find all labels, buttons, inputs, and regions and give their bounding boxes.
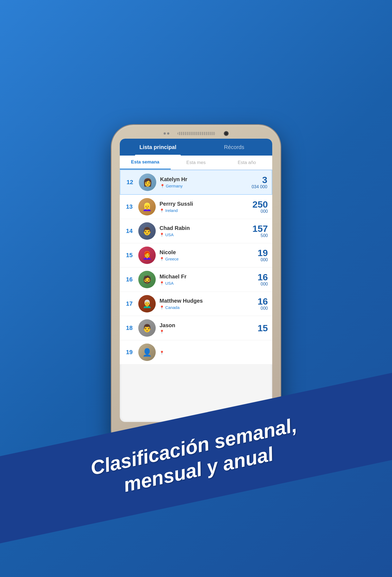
score-sub: 000 xyxy=(258,257,268,262)
list-item[interactable]: 18 👨 Jason 📍 15 xyxy=(120,316,272,340)
score-sub: 000 xyxy=(258,306,268,311)
score-area: 19 000 xyxy=(258,248,268,262)
user-name: Matthew Hudges xyxy=(160,298,258,304)
avatar: 👨 xyxy=(138,319,156,337)
location-pin-icon: 📍 xyxy=(160,184,165,188)
speaker-dots xyxy=(164,132,169,135)
score-main: 16 xyxy=(258,272,268,282)
user-info: Katelyn Hr 📍 Germany xyxy=(160,176,252,188)
avatar: 👤 xyxy=(138,344,156,361)
user-location: 📍 USA xyxy=(160,232,252,237)
score-area: 157 500 xyxy=(252,224,268,238)
list-item[interactable]: 19 👤 📍 xyxy=(120,340,272,365)
score-area: 16 000 xyxy=(258,297,268,311)
score-main: 16 xyxy=(258,297,268,306)
score-area: 3 034 000 xyxy=(252,175,267,189)
avatar-face: 👤 xyxy=(138,344,156,361)
user-location: 📍 USA xyxy=(160,281,258,286)
score-area: 250 000 xyxy=(252,200,268,214)
period-tab-semana[interactable]: Esta semana xyxy=(120,156,171,169)
user-location: 📍 Greece xyxy=(160,257,258,261)
avatar-face: 🧔 xyxy=(138,271,156,288)
score-sub: 000 xyxy=(258,282,268,287)
rank-number: 12 xyxy=(125,179,135,186)
avatar-face: 👨‍🦳 xyxy=(138,295,156,312)
user-info: Michael Fr 📍 USA xyxy=(160,274,258,286)
score-area: 16 000 xyxy=(258,272,268,287)
user-info: Nicole 📍 Greece xyxy=(160,249,258,261)
phone-top-hardware xyxy=(112,125,280,136)
period-tabs: Esta semana Esta mes Esta año xyxy=(120,156,272,170)
location-pin-icon: 📍 xyxy=(160,330,164,334)
score-main: 250 xyxy=(252,200,268,209)
location-pin-icon: 📍 xyxy=(160,233,164,237)
user-location: 📍 Ireland xyxy=(160,208,252,213)
period-tab-ano[interactable]: Esta año xyxy=(221,156,272,169)
user-name: Perrry Sussli xyxy=(160,201,252,207)
avatar: 🧔 xyxy=(138,271,156,288)
score-area: 15 xyxy=(258,323,268,333)
list-item[interactable]: 14 👨 Chad Rabin 📍 USA 157 500 xyxy=(120,219,272,243)
dot-1 xyxy=(164,132,166,135)
score-sub: 000 xyxy=(252,209,268,214)
user-name: Jason xyxy=(160,322,258,329)
score-main: 157 xyxy=(252,224,268,233)
score-main: 3 xyxy=(252,175,267,184)
user-location: 📍 Canada xyxy=(160,305,258,310)
period-tab-mes[interactable]: Esta mes xyxy=(171,156,222,169)
avatar-face: 👨 xyxy=(138,222,156,240)
score-main: 15 xyxy=(258,323,268,333)
tab-records[interactable]: Récords xyxy=(196,139,272,156)
list-item[interactable]: 13 👱‍♀️ Perrry Sussli 📍 Ireland 250 000 xyxy=(120,195,272,219)
user-name: Nicole xyxy=(160,249,258,256)
user-info: Chad Rabin 📍 USA xyxy=(160,225,252,237)
location-pin-icon: 📍 xyxy=(160,305,164,310)
user-info: Matthew Hudges 📍 Canada xyxy=(160,298,258,310)
user-info: 📍 xyxy=(160,350,268,355)
score-main: 19 xyxy=(258,248,268,257)
speaker-grill xyxy=(177,132,216,135)
location-pin-icon: 📍 xyxy=(160,257,164,261)
list-item[interactable]: 16 🧔 Michael Fr 📍 USA 16 000 xyxy=(120,268,272,292)
phone-screen: Lista principal Récords Esta semana Esta… xyxy=(120,139,272,422)
avatar: 👨 xyxy=(138,222,156,240)
avatar: 👨‍🦳 xyxy=(138,295,156,312)
avatar-face: 👨 xyxy=(138,319,156,337)
leaderboard-list: 12 👩 Katelyn Hr 📍 Germany 3 034 000 13 👱… xyxy=(120,170,272,365)
score-sub: 500 xyxy=(252,233,268,238)
avatar: 👩 xyxy=(139,174,156,191)
user-info: Jason 📍 xyxy=(160,322,258,334)
list-item[interactable]: 17 👨‍🦳 Matthew Hudges 📍 Canada 16 000 xyxy=(120,292,272,316)
rank-number: 13 xyxy=(124,203,134,210)
list-item[interactable]: 15 👩‍🦰 Nicole 📍 Greece 19 000 xyxy=(120,243,272,268)
user-location: 📍 xyxy=(160,330,258,334)
user-location: 📍 xyxy=(160,351,268,355)
user-name: Michael Fr xyxy=(160,274,258,280)
avatar: 👱‍♀️ xyxy=(138,198,156,215)
user-info: Perrry Sussli 📍 Ireland xyxy=(160,201,252,213)
tab-lista-principal[interactable]: Lista principal xyxy=(120,139,196,156)
user-name: Chad Rabin xyxy=(160,225,252,231)
score-sub: 034 000 xyxy=(252,184,267,189)
rank-number: 17 xyxy=(124,300,134,307)
rank-number: 16 xyxy=(124,276,134,283)
camera xyxy=(224,131,229,136)
location-pin-icon: 📍 xyxy=(160,281,164,286)
avatar-face: 👩‍🦰 xyxy=(138,247,156,264)
avatar-face: 👱‍♀️ xyxy=(138,198,156,215)
avatar: 👩‍🦰 xyxy=(138,247,156,264)
list-item[interactable]: 12 👩 Katelyn Hr 📍 Germany 3 034 000 xyxy=(120,170,272,195)
banner-text: Clasificación semanal, mensual y anual xyxy=(15,398,376,518)
avatar-face: 👩 xyxy=(139,174,156,191)
rank-number: 18 xyxy=(124,324,134,332)
user-name: Katelyn Hr xyxy=(160,176,252,183)
rank-number: 15 xyxy=(124,252,134,259)
user-location: 📍 Germany xyxy=(160,184,252,188)
rank-number: 14 xyxy=(124,227,134,235)
rank-number: 19 xyxy=(124,349,134,356)
location-pin-icon: 📍 xyxy=(160,351,164,355)
dot-2 xyxy=(167,132,169,135)
app-header: Lista principal Récords xyxy=(120,139,272,156)
location-pin-icon: 📍 xyxy=(160,208,164,213)
